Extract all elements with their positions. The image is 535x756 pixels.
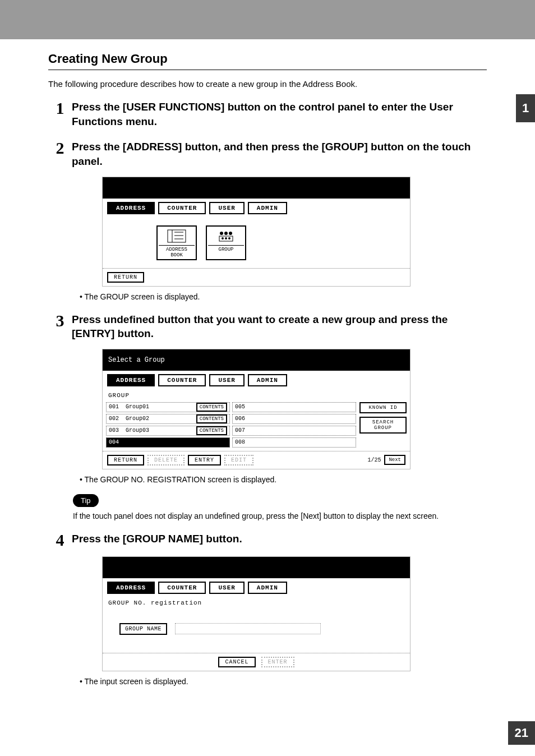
slot-name: Group01 <box>126 404 193 410</box>
slot-id: 008 <box>235 439 248 445</box>
known-id-button[interactable]: KNOWN ID <box>359 402 407 413</box>
screenshot-titlebar: Select a Group <box>103 349 410 371</box>
tab-address[interactable]: ADDRESS <box>107 374 155 386</box>
chapter-side-tab: 1 <box>516 94 535 122</box>
step-number: 1 <box>48 100 72 117</box>
contents-button[interactable]: CONTENTS <box>196 426 227 435</box>
group-column-left: 001 Group01 CONTENTS 002 Group02 CONTENT… <box>106 402 230 448</box>
group-slot[interactable]: 006 <box>232 414 356 424</box>
tab-counter[interactable]: COUNTER <box>158 374 206 386</box>
screenshot-group-name: ADDRESS COUNTER USER ADMIN GROUP NO. reg… <box>102 556 411 671</box>
step-heading: Press the [ADDRESS] button, and then pre… <box>72 140 487 168</box>
slot-id: 007 <box>235 427 248 434</box>
tab-address[interactable]: ADDRESS <box>107 202 155 214</box>
entry-button[interactable]: ENTRY <box>188 455 221 465</box>
page-indicator: 1/25 <box>367 457 381 463</box>
screenshot-address-group: ADDRESS COUNTER USER ADMIN ADDRESS BOOK <box>102 177 411 287</box>
group-subhead: GROUP <box>103 390 410 401</box>
group-slot[interactable]: 001 Group01 CONTENTS <box>106 402 230 412</box>
step-number: 4 <box>48 532 72 548</box>
enter-button: ENTER <box>261 657 294 667</box>
group-slot[interactable]: 007 <box>232 426 356 436</box>
group-icon-button[interactable]: GROUP <box>206 225 246 260</box>
slot-id: 002 <box>109 416 122 422</box>
tip-text: If the touch panel does not display an u… <box>73 511 487 520</box>
group-name-button[interactable]: GROUP NAME <box>119 623 167 635</box>
slot-id: 001 <box>109 404 122 410</box>
group-slot[interactable]: 005 <box>232 402 356 412</box>
group-slot-selected[interactable]: 004 <box>106 437 230 448</box>
step-4: 4 Press the [GROUP NAME] button. <box>48 532 487 548</box>
registration-subhead: GROUP NO. registration <box>103 597 410 609</box>
next-button[interactable]: Next <box>384 455 405 465</box>
screenshot-titlebar <box>103 177 410 199</box>
address-book-icon-button[interactable]: ADDRESS BOOK <box>156 225 197 260</box>
svg-point-7 <box>229 232 232 235</box>
tab-admin[interactable]: ADMIN <box>248 202 287 214</box>
edit-button: EDIT <box>224 455 253 465</box>
slot-id: 004 <box>109 439 122 445</box>
tab-user[interactable]: USER <box>209 202 244 214</box>
slot-id: 005 <box>235 404 248 410</box>
slot-id: 006 <box>235 416 248 422</box>
page-number: 21 <box>508 721 535 745</box>
contents-button[interactable]: CONTENTS <box>196 403 227 412</box>
slot-name: Group02 <box>126 416 193 422</box>
svg-point-9 <box>222 237 224 239</box>
step-2: 2 Press the [ADDRESS] button, and then p… <box>48 140 487 168</box>
return-button[interactable]: RETURN <box>107 455 144 465</box>
tab-counter[interactable]: COUNTER <box>158 202 206 214</box>
svg-point-11 <box>228 237 230 239</box>
slot-id: 003 <box>109 427 122 434</box>
delete-button: DELETE <box>147 455 185 465</box>
group-slot[interactable]: 002 Group02 CONTENTS <box>106 414 230 424</box>
section-title: Creating New Group <box>48 52 487 70</box>
icon-label: ADDRESS BOOK <box>166 247 187 258</box>
screenshot-titlebar <box>103 557 410 578</box>
step-heading: Press undefined button that you want to … <box>72 312 487 341</box>
step-3: 3 Press undefined button that you want t… <box>48 312 487 341</box>
tab-admin[interactable]: ADMIN <box>248 374 287 386</box>
step-1: 1 Press the [USER FUNCTIONS] button on t… <box>48 100 487 128</box>
group-name-field[interactable] <box>175 623 321 634</box>
tip-label: Tip <box>73 494 99 507</box>
tab-counter[interactable]: COUNTER <box>158 582 206 594</box>
step-heading: Press the [GROUP NAME] button. <box>72 532 487 546</box>
svg-point-10 <box>225 237 227 239</box>
tab-user[interactable]: USER <box>209 374 244 386</box>
screenshot-select-group: Select a Group ADDRESS COUNTER USER ADMI… <box>102 349 411 469</box>
screenshot-tabs: ADDRESS COUNTER USER ADMIN <box>103 371 410 390</box>
page-content: Creating New Group The following procedu… <box>0 39 535 720</box>
step-2-bullet: The GROUP screen is displayed. <box>80 292 487 301</box>
screenshot-tabs: ADDRESS COUNTER USER ADMIN <box>103 578 410 597</box>
page-top-bar <box>0 0 535 39</box>
tab-admin[interactable]: ADMIN <box>248 582 287 594</box>
step-number: 3 <box>48 312 72 329</box>
search-group-button[interactable]: SEARCH GROUP <box>359 417 407 434</box>
svg-point-6 <box>224 232 228 235</box>
group-slot[interactable]: 003 Group03 CONTENTS <box>106 426 230 436</box>
contents-button[interactable]: CONTENTS <box>196 414 227 423</box>
return-button[interactable]: RETURN <box>107 272 144 283</box>
slot-name: Group03 <box>126 427 193 434</box>
svg-point-5 <box>220 232 223 235</box>
step-heading: Press the [USER FUNCTIONS] button on the… <box>72 100 487 128</box>
icon-label: GROUP <box>218 247 233 252</box>
svg-rect-0 <box>168 230 186 242</box>
tab-user[interactable]: USER <box>209 582 244 594</box>
cancel-button[interactable]: CANCEL <box>218 657 255 667</box>
tab-address[interactable]: ADDRESS <box>107 582 155 594</box>
address-book-icon <box>159 228 195 246</box>
step-number: 2 <box>48 140 72 156</box>
group-slot[interactable]: 008 <box>232 437 356 448</box>
intro-text: The following procedure describes how to… <box>48 79 487 89</box>
step-4-bullet: The input screen is displayed. <box>80 677 487 686</box>
step-3-bullet: The GROUP NO. REGISTRATION screen is dis… <box>80 475 487 484</box>
screenshot-tabs: ADDRESS COUNTER USER ADMIN <box>103 199 410 218</box>
group-column-right: 005 006 007 008 <box>232 402 356 448</box>
group-icon <box>208 228 244 246</box>
